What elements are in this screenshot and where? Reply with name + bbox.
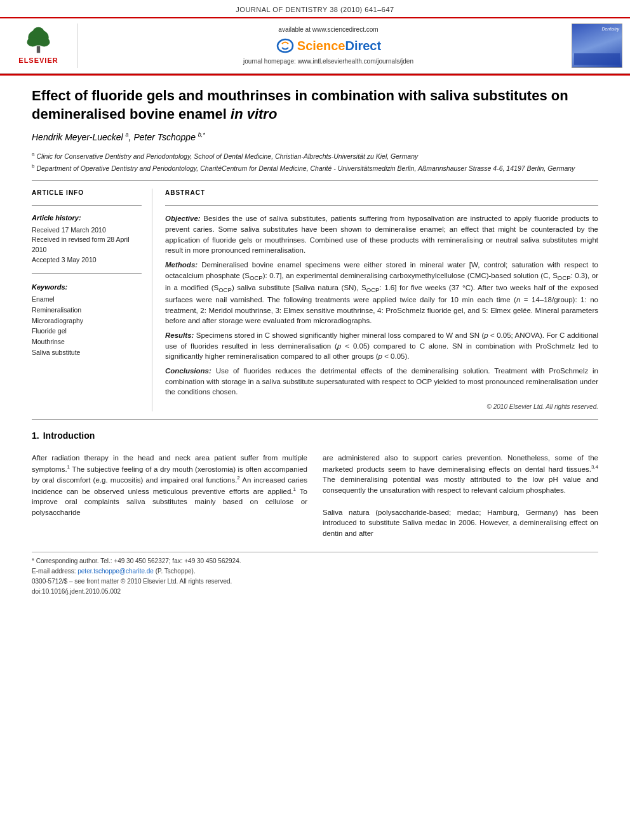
intro-right: are administered also to support caries … xyxy=(323,453,598,539)
article-info-abstract: ARTICLE INFO Article history: Received 1… xyxy=(32,189,598,411)
right-col: ABSTRACT Objective: Besides the use of s… xyxy=(165,189,598,411)
keywords-divider xyxy=(32,273,142,274)
paper-content: Effect of fluoride gels and mouthrinses … xyxy=(0,87,630,596)
keyword-saliva-substitute: Saliva substitute xyxy=(32,347,142,358)
svg-point-3 xyxy=(39,37,50,46)
article-info-divider xyxy=(32,205,142,206)
revised-date: Received in revised form 28 April 2010 xyxy=(32,235,142,255)
introduction-section: 1. Introduction After radiation therapy … xyxy=(32,430,598,538)
svg-point-4 xyxy=(33,27,44,36)
intro-left-text: After radiation therapy in the head and … xyxy=(32,453,307,518)
sciencedirect-text: ScienceDirect xyxy=(297,37,381,55)
available-at-text: available at www.sciencedirect.com xyxy=(278,25,378,34)
elsevier-text: ELSEVIER xyxy=(18,56,58,65)
keyword-fluoride-gel: Fluoride gel xyxy=(32,326,142,337)
intro-right-text-2: Saliva natura (polysaccharide-based; med… xyxy=(323,507,598,539)
keyword-mouthrinse: Mouthrinse xyxy=(32,337,142,347)
sciencedirect-logo-icon xyxy=(276,38,295,53)
abstract-label: ABSTRACT xyxy=(165,189,598,197)
keyword-microradiography: Microradiography xyxy=(32,316,142,326)
journal-homepage: journal homepage: www.intl.elsevierhealt… xyxy=(243,57,413,66)
top-banner: ELSEVIER available at www.sciencedirect.… xyxy=(0,17,630,74)
red-divider xyxy=(0,74,630,76)
email-address: E-mail address: peter.tschoppe@charite.d… xyxy=(32,566,598,577)
sd-logo: ScienceDirect xyxy=(276,37,381,55)
intro-right-text: are administered also to support caries … xyxy=(323,453,598,496)
svg-point-2 xyxy=(27,37,39,46)
doi-line: doi:10.1016/j.jdent.2010.05.002 xyxy=(32,587,598,597)
copyright-line: © 2010 Elsevier Ltd. All rights reserved… xyxy=(165,403,598,412)
abstract-results: Results: Specimens stored in C showed si… xyxy=(165,330,598,362)
abstract-text: Objective: Besides the use of saliva sub… xyxy=(165,213,598,411)
abstract-conclusions: Conclusions: Use of fluorides reduces th… xyxy=(165,366,598,397)
received-date: Received 17 March 2010 xyxy=(32,225,142,236)
intro-two-col: After radiation therapy in the head and … xyxy=(32,453,598,539)
accepted-date: Accepted 3 May 2010 xyxy=(32,255,142,265)
keyword-remineralisation: Remineralisation xyxy=(32,305,142,316)
keyword-enamel: Enamel xyxy=(32,294,142,305)
abstract-divider xyxy=(165,205,598,206)
section-divider-1 xyxy=(32,180,598,181)
issn-line: 0300-5712/$ – see front matter © 2010 El… xyxy=(32,577,598,587)
intro-divider xyxy=(32,419,598,420)
abstract-methods: Methods: Demineralised bovine enamel spe… xyxy=(165,260,598,326)
authors: Hendrik Meyer-Lueckel a, Peter Tschoppe … xyxy=(32,131,598,144)
intro-left: After radiation therapy in the head and … xyxy=(32,453,307,539)
dentistry-thumbnail: Dentistry xyxy=(572,23,622,68)
keywords-label: Keywords: xyxy=(32,283,142,292)
journal-header: JOURNAL OF DENTISTRY 38 (2010) 641–647 xyxy=(0,0,630,17)
elsevier-logo-area: ELSEVIER xyxy=(8,23,77,68)
intro-heading: 1. Introduction xyxy=(32,430,598,448)
email-link[interactable]: peter.tschoppe@charite.de xyxy=(77,568,154,575)
article-info-label: ARTICLE INFO xyxy=(32,189,142,197)
svg-rect-0 xyxy=(37,46,40,53)
history-label: Article history: xyxy=(32,213,142,223)
elsevier-tree-icon xyxy=(21,26,56,55)
intro-number: 1. xyxy=(32,430,39,443)
corresponding-author: * Corresponding author. Tel.: +49 30 450… xyxy=(32,556,598,566)
affiliation-b: b Department of Operative Dentistry and … xyxy=(32,163,598,173)
affiliation-a: a Clinic for Conservative Dentistry and … xyxy=(32,150,598,161)
abstract-objective: Objective: Besides the use of saliva sub… xyxy=(165,213,598,256)
left-col: ARTICLE INFO Article history: Received 1… xyxy=(32,189,152,411)
intro-title: Introduction xyxy=(43,430,95,443)
footer-notes: * Corresponding author. Tel.: +49 30 450… xyxy=(32,552,598,597)
sciencedirect-area: available at www.sciencedirect.com Scien… xyxy=(85,25,572,66)
paper-title: Effect of fluoride gels and mouthrinses … xyxy=(32,87,598,123)
